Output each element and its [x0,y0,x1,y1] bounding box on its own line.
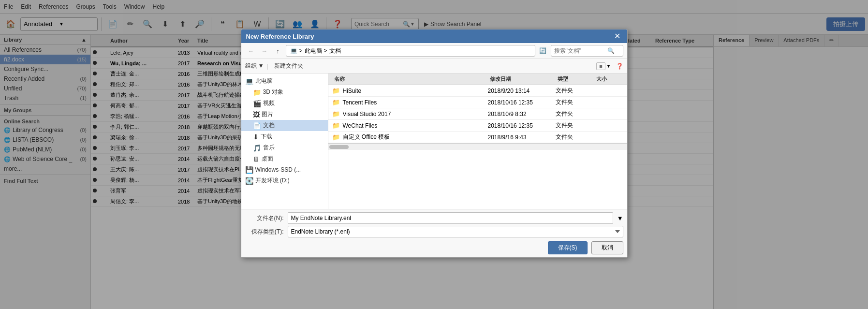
nav-back-btn[interactable]: ← [245,45,257,56]
file-date-1: 2018/10/16 12:35 [488,99,556,106]
horizontal-scrollbar[interactable] [328,143,627,150]
file-date-2: 2018/10/9 8:32 [488,111,556,118]
refresh-btn[interactable]: 🔄 [537,45,549,56]
file-col-type-hdr[interactable]: 类型 [556,75,594,83]
folder-label-0: 此电脑 [255,77,273,85]
modal-body: 💻此电脑📁3D 对象🎬视频🖼图片📄文档⬇下载🎵音乐🖥桌面💾Windows-SSD… [241,74,627,209]
folder-label-1: 3D 对象 [263,88,284,96]
folder-icon-6: 🎵 [253,144,261,152]
nav-up-btn[interactable]: ↑ [272,45,284,56]
file-col-name-hdr[interactable]: 名称 [332,75,488,83]
folder-item-6[interactable]: 🎵音乐 [241,142,328,153]
save-button[interactable]: 保存(S) [548,241,588,254]
file-row-4[interactable]: 📁 自定义 Office 模板 2018/9/16 9:43 文件夹 [328,132,627,143]
view-toggle-btn[interactable]: ≡ [596,62,605,70]
search-dialog-box: 🔍 [551,45,623,57]
breadcrumb-level1[interactable]: 此电脑 [305,47,322,55]
filename-input[interactable] [288,212,613,224]
filetype-dropdown[interactable]: EndNote Library (*.enl) [288,226,623,237]
file-list-area: 名称 修改日期 类型 大小 📁 HiSuite 2018/9/20 13:14 … [328,74,627,209]
modal-titlebar: New Reference Library ✕ [241,29,627,43]
file-type-2: 文件夹 [556,110,594,118]
file-folder-icon-3: 📁 [332,122,340,129]
file-date-3: 2018/10/16 12:35 [488,122,556,129]
file-date-0: 2018/9/20 13:14 [488,88,556,94]
folder-label-9: 开发环境 (D:) [255,177,290,185]
file-folder-icon-4: 📁 [332,133,340,141]
search-dialog-input[interactable] [554,47,607,54]
modal-inner-toolbar: 组织 ▼ | 新建文件夹 ≡ ▼ ❓ [241,59,627,74]
modal-overlay: New Reference Library ✕ ← → ↑ 💻 > 此电脑 > … [0,0,868,309]
folder-label-5: 下载 [261,132,272,141]
folder-icon-4: 📄 [253,122,261,130]
folder-icon-3: 🖼 [253,111,260,118]
help-icon-dialog[interactable]: ❓ [616,63,623,70]
folder-label-8: Windows-SSD (... [255,166,301,173]
folder-icon-2: 🎬 [253,100,261,107]
folder-item-9[interactable]: 💽开发环境 (D:) [241,175,328,186]
toolbar-divider: | [267,63,268,70]
file-row-2[interactable]: 📁 Visual Studio 2017 2018/10/9 8:32 文件夹 [328,108,627,120]
modal-footer-buttons: 保存(S) 取消 [245,239,623,254]
file-type-3: 文件夹 [556,121,594,130]
file-type-4: 文件夹 [556,133,594,141]
file-col-size-hdr[interactable]: 大小 [594,75,623,83]
modal-close-btn[interactable]: ✕ [612,32,622,40]
file-row-3[interactable]: 📁 WeChat Files 2018/10/16 12:35 文件夹 [328,120,627,132]
folder-label-6: 音乐 [263,144,275,152]
filename-row: 文件名(N): ▼ [245,212,623,224]
file-row-0[interactable]: 📁 HiSuite 2018/9/20 13:14 文件夹 [328,85,627,97]
new-reference-library-dialog: New Reference Library ✕ ← → ↑ 💻 > 此电脑 > … [241,29,628,258]
file-name-3: WeChat Files [343,122,488,129]
file-name-0: HiSuite [343,88,488,94]
folder-icon-1: 📁 [253,88,261,96]
file-rows: 📁 HiSuite 2018/9/20 13:14 文件夹 📁 Tencent … [328,85,627,143]
file-name-4: 自定义 Office 模板 [343,133,488,141]
view-dropdown-icon[interactable]: ▼ [606,63,611,69]
breadcrumb-sep-2: > [324,47,327,54]
folder-icon-0: 💻 [245,77,253,85]
breadcrumb-level2[interactable]: 文档 [329,47,341,55]
nav-forward-btn[interactable]: → [259,45,270,56]
file-col-date-hdr[interactable]: 修改日期 [488,75,556,83]
file-list-header: 名称 修改日期 类型 大小 [328,74,627,85]
breadcrumb-computer-icon: 💻 [290,47,297,54]
file-type-1: 文件夹 [556,98,594,106]
file-type-0: 文件夹 [556,87,594,95]
file-row-1[interactable]: 📁 Tencent Files 2018/10/16 12:35 文件夹 [328,97,627,108]
breadcrumb-bar: 💻 > 此电脑 > 文档 [286,45,535,57]
folder-item-7[interactable]: 🖥桌面 [241,153,328,164]
folder-item-4[interactable]: 📄文档 [241,120,328,131]
folder-icon-8: 💾 [245,166,253,174]
new-folder-btn[interactable]: 新建文件夹 [271,61,306,71]
view-options: ≡ ▼ ❓ [596,62,623,70]
search-dialog-icon: 🔍 [607,47,615,54]
organize-btn[interactable]: 组织 ▼ [245,62,264,70]
file-name-1: Tencent Files [343,99,488,106]
modal-nav-bar: ← → ↑ 💻 > 此电脑 > 文档 🔄 🔍 [241,43,627,59]
filename-dropdown-icon[interactable]: ▼ [617,215,623,222]
folder-item-2[interactable]: 🎬视频 [241,98,328,109]
folder-item-0[interactable]: 💻此电脑 [241,75,328,87]
folder-label-2: 视频 [263,99,275,107]
filetype-row: 保存类型(T): EndNote Library (*.enl) [245,226,623,237]
filename-label: 文件名(N): [245,214,284,222]
filetype-label: 保存类型(T): [245,228,284,236]
folder-item-5[interactable]: ⬇下载 [241,131,328,142]
folder-icon-7: 🖥 [253,155,260,163]
folder-label-3: 图片 [262,110,273,118]
folder-item-8[interactable]: 💾Windows-SSD (... [241,164,328,175]
file-folder-icon-0: 📁 [332,87,340,94]
breadcrumb-sep-1: > [299,47,303,54]
folder-label-4: 文档 [263,121,275,130]
file-folder-icon-1: 📁 [332,99,340,106]
file-name-2: Visual Studio 2017 [343,111,488,118]
cancel-button[interactable]: 取消 [591,241,623,254]
folder-label-7: 桌面 [262,155,273,163]
folder-item-3[interactable]: 🖼图片 [241,109,328,120]
scrollbar-thumb[interactable] [329,145,349,149]
folder-item-1[interactable]: 📁3D 对象 [241,87,328,98]
modal-title: New Reference Library [246,33,314,40]
folder-icon-5: ⬇ [253,133,259,141]
folder-icon-9: 💽 [245,177,253,185]
